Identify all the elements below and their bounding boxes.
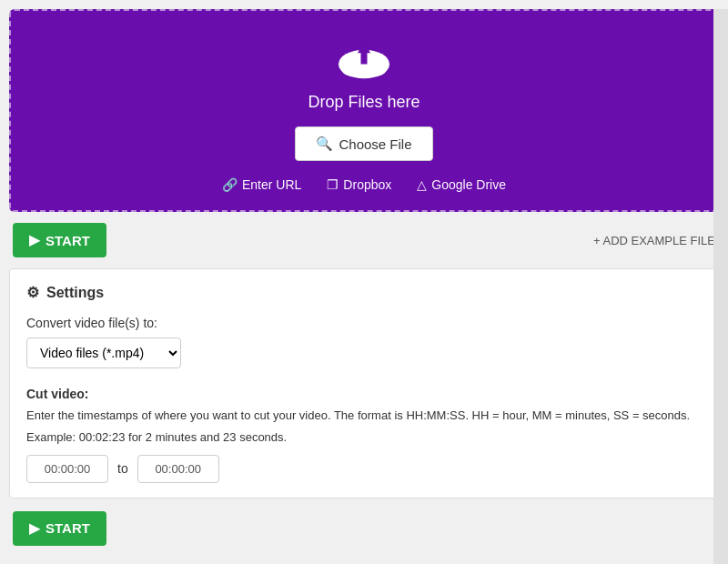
source-links: 🔗 Enter URL ❐ Dropbox △ Google Drive — [29, 177, 699, 192]
time-to-input[interactable] — [137, 455, 219, 483]
time-range: to — [26, 455, 702, 483]
play-icon-bottom: ▶ — [29, 520, 40, 537]
svg-point-1 — [340, 55, 363, 76]
start-label-bottom: START — [46, 520, 90, 536]
play-icon-top: ▶ — [29, 232, 40, 248]
google-drive-label: Google Drive — [431, 177, 506, 192]
top-action-bar: ▶ START + ADD EXAMPLE FILE — [9, 212, 719, 268]
add-example-label: + ADD EXAMPLE FILE — [593, 234, 715, 247]
svg-point-2 — [366, 55, 389, 76]
cut-video-desc: Enter the timestamps of where you want t… — [26, 407, 702, 425]
bottom-action-bar: ▶ START — [9, 499, 719, 549]
convert-label: Convert video file(s) to: — [26, 316, 702, 330]
settings-panel: ⚙ Settings Convert video file(s) to: Vid… — [9, 268, 719, 499]
enter-url-link[interactable]: 🔗 Enter URL — [222, 177, 301, 192]
time-from-input[interactable] — [26, 455, 108, 483]
cut-video-label: Cut video: — [26, 387, 702, 401]
dropbox-label: Dropbox — [343, 177, 391, 192]
drop-text: Drop Files here — [29, 93, 699, 112]
cut-video-section: Cut video: Enter the timestamps of where… — [26, 387, 702, 483]
add-example-link[interactable]: + ADD EXAMPLE FILE — [593, 234, 715, 247]
google-drive-link[interactable]: △ Google Drive — [417, 177, 506, 192]
gear-icon: ⚙ — [26, 284, 39, 301]
drop-zone[interactable]: Drop Files here 🔍 Choose File 🔗 Enter UR… — [9, 9, 719, 212]
link-icon: 🔗 — [222, 177, 238, 192]
dropbox-icon: ❐ — [327, 177, 339, 192]
scrollbar[interactable] — [713, 9, 728, 564]
start-button-top[interactable]: ▶ START — [13, 223, 106, 257]
search-icon: 🔍 — [316, 136, 333, 152]
cut-video-example: Example: 00:02:23 for 2 minutes and 23 s… — [26, 430, 702, 444]
start-label-top: START — [46, 233, 90, 248]
settings-title: ⚙ Settings — [26, 284, 702, 301]
time-to-separator: to — [117, 461, 128, 476]
upload-icon — [29, 33, 699, 86]
format-select[interactable]: Video files (*.mp4) Video files (*.avi) … — [26, 337, 181, 368]
settings-title-text: Settings — [46, 285, 104, 301]
drive-icon: △ — [417, 177, 427, 192]
start-button-bottom[interactable]: ▶ START — [13, 511, 106, 546]
dropbox-link[interactable]: ❐ Dropbox — [327, 177, 391, 192]
choose-file-label: Choose File — [339, 136, 411, 152]
choose-file-button[interactable]: 🔍 Choose File — [295, 126, 432, 161]
enter-url-label: Enter URL — [242, 177, 301, 192]
